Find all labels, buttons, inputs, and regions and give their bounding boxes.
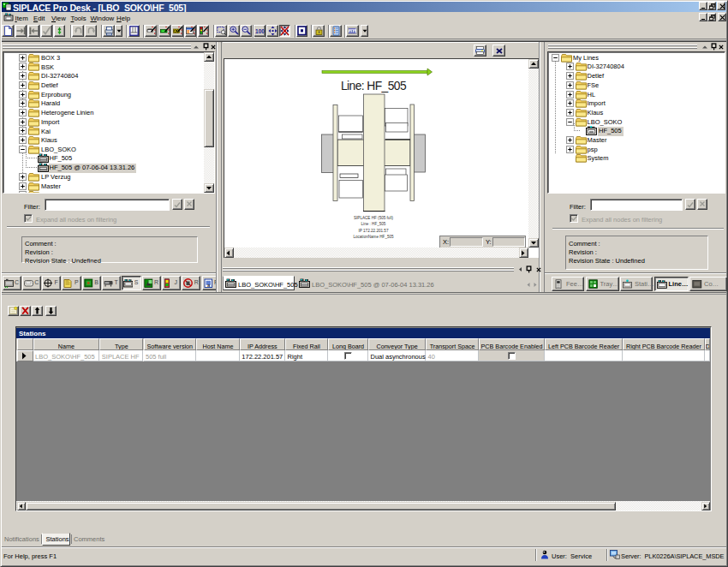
svg-text:Line: HF_505: Line: HF_505 [340,80,406,93]
svg-text:LocationName HF_505: LocationName HF_505 [353,235,394,239]
svg-text:IP 172.22.201.57: IP 172.22.201.57 [358,229,388,233]
svg-text:100: 100 [255,27,265,33]
svg-text:SIPLACE HF (505 full): SIPLACE HF (505 full) [354,216,393,220]
svg-text:Line : HF_505: Line : HF_505 [361,222,385,226]
